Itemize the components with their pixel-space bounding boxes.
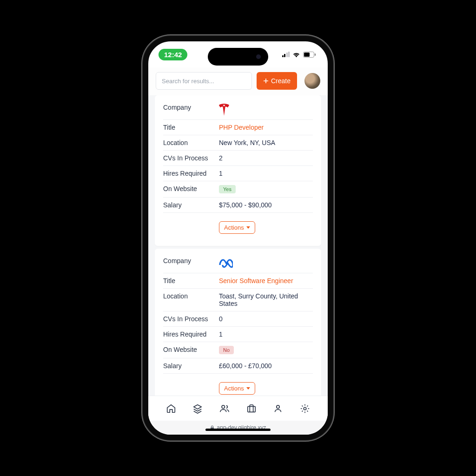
svg-point-3 (222, 405, 225, 408)
nav-people-icon[interactable] (219, 403, 230, 414)
field-label: Salary (163, 362, 219, 370)
wifi-icon (292, 52, 300, 58)
job-salary: $75,000 - $90,000 (219, 201, 313, 209)
job-hires: 1 (219, 170, 313, 177)
browser-url-bar[interactable]: app-dev.giighire.xyz (148, 421, 328, 435)
field-label: Title (163, 277, 219, 284)
actions-label: Actions (224, 224, 244, 231)
home-indicator[interactable] (205, 429, 271, 431)
job-cvs: 2 (219, 154, 313, 162)
create-button-label: Create (271, 77, 291, 85)
job-cvs: 0 (219, 315, 313, 323)
chevron-down-icon (246, 387, 250, 390)
svg-rect-1 (304, 53, 310, 57)
dynamic-island (208, 48, 268, 66)
field-label: CVs In Process (163, 315, 219, 323)
cellular-icon (282, 52, 290, 57)
nav-layers-icon[interactable] (192, 403, 203, 414)
status-time: 12:42 (159, 49, 187, 60)
field-label: Company (163, 104, 219, 111)
plus-icon (263, 78, 269, 84)
nav-profile-icon[interactable] (272, 403, 284, 414)
job-location: New York, NY, USA (219, 139, 313, 146)
actions-button[interactable]: Actions (219, 382, 255, 395)
status-icons (282, 52, 316, 58)
field-label: CVs In Process (163, 154, 219, 162)
status-badge: No (219, 346, 234, 354)
create-button[interactable]: Create (257, 72, 297, 90)
job-title-link[interactable]: PHP Developer (219, 124, 313, 131)
battery-icon (303, 52, 316, 58)
job-list: Company Title PHP Developer Location New… (148, 95, 328, 396)
svg-rect-2 (315, 53, 316, 56)
nav-home-icon[interactable] (165, 403, 177, 414)
field-label: Location (163, 292, 219, 300)
app-viewport: Search for results... Create Company Tit… (148, 67, 328, 435)
svg-point-5 (277, 405, 279, 408)
field-label: On Website (163, 346, 219, 353)
meta-icon (219, 258, 233, 268)
field-label: Title (163, 124, 219, 131)
job-location: Toast, Surry County, United States (219, 292, 313, 307)
company-logo (219, 104, 313, 116)
actions-label: Actions (224, 385, 244, 392)
status-badge: Yes (219, 185, 236, 193)
avatar[interactable] (304, 73, 320, 89)
field-label: Company (163, 257, 219, 264)
svg-point-6 (304, 407, 306, 410)
job-card: Company Title PHP Developer Location New… (155, 95, 321, 246)
field-label: Hires Required (163, 170, 219, 177)
svg-rect-4 (248, 406, 256, 412)
field-label: Location (163, 139, 219, 146)
field-label: Salary (163, 201, 219, 209)
app-topbar: Search for results... Create (148, 67, 328, 95)
field-label: On Website (163, 185, 219, 192)
job-card: Company Title Senior Software Engineer L… (155, 249, 321, 396)
bottom-nav (148, 396, 328, 421)
phone-frame: 12:42 Search for results... Create Compa… (143, 36, 333, 440)
tesla-icon (219, 104, 229, 116)
nav-settings-icon[interactable] (299, 403, 311, 414)
company-logo (219, 257, 313, 269)
job-hires: 1 (219, 331, 313, 338)
chevron-down-icon (246, 226, 250, 229)
job-title-link[interactable]: Senior Software Engineer (219, 277, 313, 284)
field-label: Hires Required (163, 331, 219, 338)
job-salary: £60,000 - £70,000 (219, 362, 313, 370)
actions-button[interactable]: Actions (219, 221, 255, 234)
nav-briefcase-icon[interactable] (246, 403, 257, 414)
search-input[interactable]: Search for results... (156, 72, 252, 90)
